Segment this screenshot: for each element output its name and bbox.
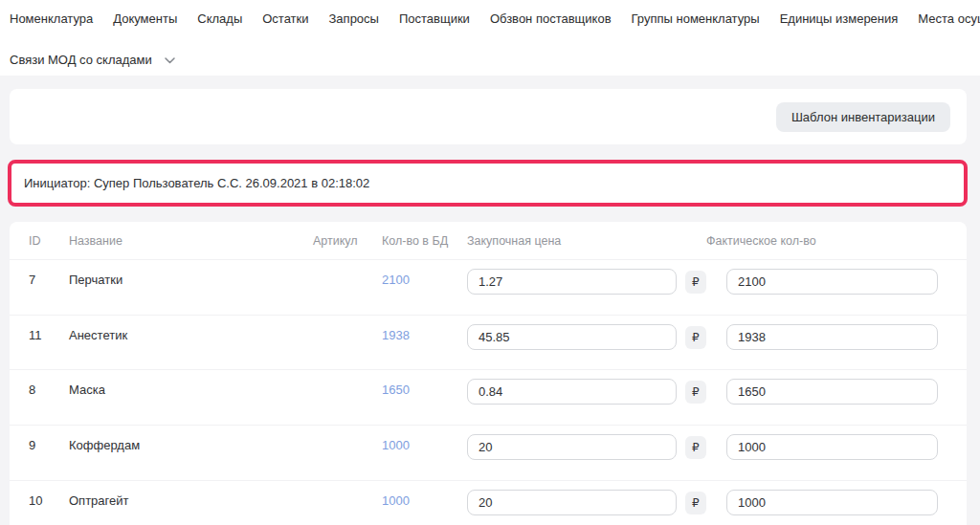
nav-item-zaprosy[interactable]: Запросы (329, 11, 379, 26)
header-qty-db: Кол-во в БД (382, 234, 467, 248)
cell-id: 8 (29, 370, 69, 425)
fact-qty-input[interactable] (726, 269, 938, 295)
cell-price: ₽ (467, 426, 706, 480)
nav-item-edinitsy-izmereniya[interactable]: Единицы измерения (780, 11, 899, 26)
purchase-price-input[interactable] (467, 490, 677, 515)
cell-qty-db: 1000 (382, 481, 467, 525)
cell-qty-db: 1000 (382, 426, 467, 480)
inventory-table: ID Название Артикул Кол-во в БД Закупочн… (10, 222, 967, 525)
nav-item-gruppy-nomenklatury[interactable]: Группы номенклатуры (632, 11, 760, 26)
qty-db-link[interactable]: 2100 (382, 273, 410, 287)
cell-qty-db: 1650 (382, 370, 467, 425)
cell-fact-qty (706, 481, 967, 525)
ruble-currency-button[interactable]: ₽ (685, 381, 706, 404)
fact-qty-input[interactable] (726, 490, 938, 515)
table-row: 7 Перчатки 2100 ₽ (10, 260, 967, 316)
cell-name: Коффердам (69, 426, 313, 480)
nav-item-obzvon-postavshchikov[interactable]: Обзвон поставщиков (490, 11, 612, 26)
initiator-text: Инициатор: Супер Пользователь С.С. 26.09… (24, 176, 369, 190)
cell-id: 9 (29, 426, 69, 480)
toolbar-card: Шаблон инвентаризации (10, 89, 967, 144)
ruble-currency-button[interactable]: ₽ (685, 436, 706, 459)
cell-id: 10 (29, 481, 69, 525)
cell-article (313, 316, 382, 370)
nav-item-sklady[interactable]: Склады (197, 11, 242, 26)
purchase-price-input[interactable] (467, 379, 677, 405)
fact-qty-input[interactable] (726, 324, 938, 350)
cell-qty-db: 1938 (382, 316, 467, 370)
nav-item-ostatki[interactable]: Остатки (262, 11, 308, 26)
inventory-template-button[interactable]: Шаблон инвентаризации (776, 102, 950, 132)
nav-item-nomenklatura[interactable]: Номенклатура (10, 11, 93, 26)
cell-name: Анестетик (69, 316, 313, 370)
purchase-price-input[interactable] (467, 324, 677, 350)
cell-price: ₽ (467, 370, 706, 425)
cell-fact-qty (706, 426, 967, 480)
cell-price: ₽ (467, 260, 706, 315)
cell-fact-qty (706, 316, 967, 370)
fact-qty-input[interactable] (726, 434, 938, 460)
table-row: 11 Анестетик 1938 ₽ (10, 316, 967, 371)
cell-id: 11 (29, 316, 69, 370)
header-article: Артикул (313, 234, 382, 248)
cell-fact-qty (706, 260, 967, 315)
table-row: 10 Оптрагейт 1000 ₽ (10, 481, 967, 525)
table-body: 7 Перчатки 2100 ₽ 11 Анестетик 1938 ₽ 8 … (10, 260, 967, 525)
chevron-down-icon[interactable] (164, 52, 176, 69)
nav-item-svyazi-mod-so-skladami[interactable]: Связи МОД со складами (10, 53, 152, 67)
cell-name: Маска (69, 370, 313, 425)
cell-name: Оптрагейт (69, 481, 313, 525)
cell-qty-db: 2100 (382, 260, 467, 315)
table-header-row: ID Название Артикул Кол-во в БД Закупочн… (10, 222, 967, 260)
fact-qty-input[interactable] (726, 379, 938, 405)
qty-db-link[interactable]: 1650 (382, 383, 410, 397)
table-row: 9 Коффердам 1000 ₽ (10, 426, 967, 481)
header-price: Закупочная цена (467, 234, 706, 248)
nav-item-dokumenty[interactable]: Документы (113, 11, 177, 26)
qty-db-link[interactable]: 1000 (382, 438, 410, 452)
nav-item-postavshchiki[interactable]: Поставщики (399, 11, 470, 26)
qty-db-link[interactable]: 1000 (382, 493, 410, 508)
cell-article (313, 426, 382, 480)
nav-item-mesta-deyatelnosti[interactable]: Места осуществления деятельности (918, 11, 980, 26)
header-id: ID (29, 234, 69, 248)
cell-article (313, 260, 382, 315)
cell-id: 7 (29, 260, 69, 315)
cell-article (313, 481, 382, 525)
header-name: Название (69, 234, 313, 248)
top-nav: НоменклатураДокументыСкладыОстаткиЗапрос… (0, 0, 980, 76)
purchase-price-input[interactable] (467, 269, 677, 295)
nav-row-1: НоменклатураДокументыСкладыОстаткиЗапрос… (10, 10, 970, 27)
initiator-highlight-box: Инициатор: Супер Пользователь С.С. 26.09… (8, 160, 968, 207)
cell-price: ₽ (467, 481, 706, 525)
cell-fact-qty (706, 370, 967, 425)
qty-db-link[interactable]: 1938 (382, 328, 410, 342)
cell-name: Перчатки (69, 260, 313, 315)
nav-row-2: Связи МОД со складами (10, 50, 970, 69)
ruble-currency-button[interactable]: ₽ (685, 326, 706, 349)
ruble-currency-button[interactable]: ₽ (685, 492, 706, 514)
ruble-currency-button[interactable]: ₽ (685, 271, 706, 294)
purchase-price-input[interactable] (467, 434, 677, 460)
header-fact-qty: Фактическое кол-во (706, 234, 967, 248)
cell-article (313, 370, 382, 425)
table-row: 8 Маска 1650 ₽ (10, 370, 967, 426)
cell-price: ₽ (467, 316, 706, 370)
